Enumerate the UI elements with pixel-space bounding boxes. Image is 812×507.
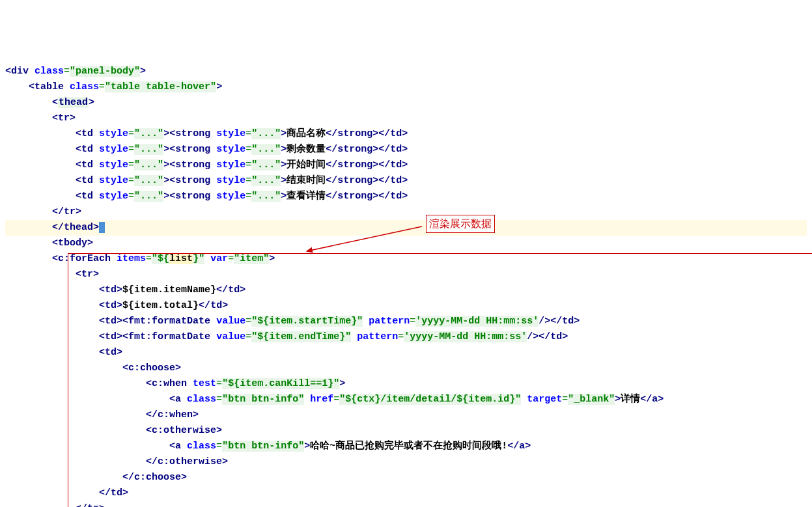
code-line[interactable]: <td><fmt:formatDate value="${item.endTim… — [5, 329, 807, 345]
code-line[interactable]: </tr> — [5, 204, 807, 220]
code-line[interactable]: <c:when test="${item.canKill==1}"> — [5, 376, 807, 392]
code-line[interactable]: <td>${item.itemName}</td> — [5, 282, 807, 298]
code-line[interactable]: </thead> — [5, 220, 807, 236]
code-line[interactable]: </td> — [5, 486, 807, 501]
code-line[interactable]: <a class="btn btn-info" href="${ctx}/ite… — [5, 392, 807, 407]
code-line[interactable]: <c:otherwise> — [5, 423, 807, 439]
code-line[interactable]: <td>${item.total}</td> — [5, 298, 807, 314]
code-line[interactable]: <td style="..."><strong style="...">开始时间… — [5, 158, 807, 173]
code-line[interactable]: <td><fmt:formatDate value="${item.startT… — [5, 314, 807, 329]
code-line[interactable]: <a class="btn btn-info">哈哈~商品已抢购完毕或者不在抢购… — [5, 439, 807, 454]
code-line[interactable]: <tr> — [5, 267, 807, 282]
code-line[interactable]: <td style="..."><strong style="...">结束时间… — [5, 173, 807, 189]
annotation-label: 渲染展示数据 — [426, 215, 495, 233]
code-line[interactable]: </tr> — [5, 501, 807, 507]
code-line[interactable]: <table class="table table-hover"> — [5, 79, 807, 95]
code-line[interactable]: <td style="..."><strong style="...">剩余数量… — [5, 142, 807, 158]
code-line[interactable]: </c:choose> — [5, 470, 807, 486]
code-line[interactable]: <td style="..."><strong style="...">商品名称… — [5, 126, 807, 142]
code-line[interactable]: <td style="..."><strong style="...">查看详情… — [5, 189, 807, 204]
code-line[interactable]: </c:when> — [5, 407, 807, 423]
code-line[interactable]: </c:otherwise> — [5, 454, 807, 470]
code-line[interactable]: <td> — [5, 345, 807, 361]
code-line[interactable]: <c:choose> — [5, 361, 807, 376]
code-line[interactable]: <div class="panel-body"> — [5, 64, 807, 79]
code-line[interactable]: <tbody> — [5, 236, 807, 251]
code-line[interactable]: <c:forEach items="${list}" var="item"> — [5, 251, 807, 267]
code-line[interactable]: <thead> — [5, 95, 807, 111]
code-editor[interactable]: <div class="panel-body"> <table class="t… — [5, 64, 807, 507]
code-line[interactable]: <tr> — [5, 111, 807, 126]
